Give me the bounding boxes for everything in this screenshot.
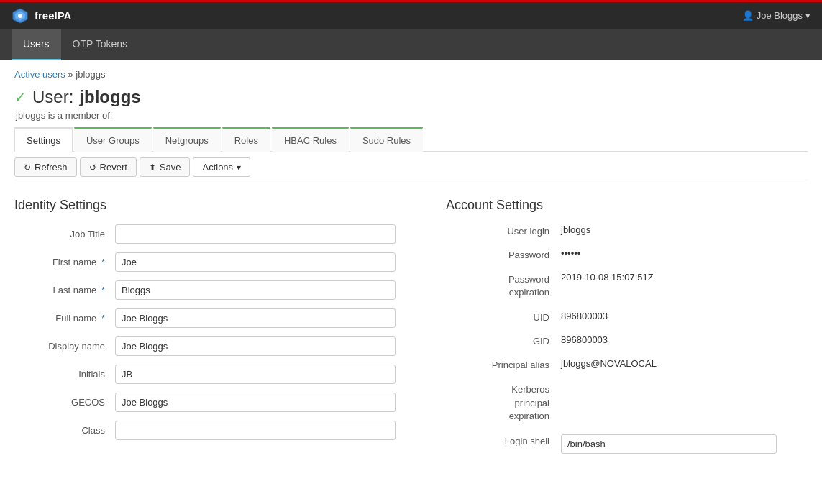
field-gid: GID 896800003 <box>446 334 808 347</box>
input-full-name[interactable] <box>115 308 396 328</box>
tab-netgroups[interactable]: Netgroups <box>153 127 221 152</box>
breadcrumb-sep: » <box>68 69 73 80</box>
topbar: freeIPA 👤 Joe Bloggs ▾ <box>0 0 822 29</box>
label-principal-alias: Principal alias <box>446 358 561 370</box>
label-gid: GID <box>446 334 561 347</box>
identity-section-title: Identity Settings <box>14 198 417 213</box>
actions-chevron-icon: ▾ <box>237 162 241 173</box>
label-class: Class <box>14 425 115 436</box>
tab-roles[interactable]: Roles <box>222 127 270 152</box>
brand-name: freeIPA <box>35 9 71 22</box>
input-login-shell[interactable] <box>561 434 777 454</box>
user-menu[interactable]: 👤 Joe Bloggs ▾ <box>742 10 810 21</box>
label-initials: Initials <box>14 369 115 380</box>
refresh-button[interactable]: ↻ Refresh <box>14 157 77 177</box>
field-class: Class <box>14 421 417 440</box>
page-title: ✓ User: jbloggs <box>14 87 808 107</box>
value-uid: 896800003 <box>561 311 608 321</box>
field-uid: UID 896800003 <box>446 311 808 323</box>
title-prefix: User: <box>32 87 73 107</box>
breadcrumb-current: jbloggs <box>76 69 105 80</box>
label-last-name: Last name * <box>14 285 115 295</box>
field-first-name: First name * <box>14 252 417 272</box>
required-star: * <box>101 285 105 295</box>
navbar: Users OTP Tokens <box>0 29 822 60</box>
tab-sudo-rules[interactable]: Sudo Rules <box>350 127 423 152</box>
nav-users[interactable]: Users <box>12 29 61 60</box>
input-class[interactable] <box>115 421 396 440</box>
value-user-login: jbloggs <box>561 224 590 235</box>
field-user-login: User login jbloggs <box>446 224 808 237</box>
field-kerberos-expiration: Kerberosprincipalexpiration <box>446 382 808 423</box>
input-first-name[interactable] <box>115 252 396 272</box>
toolbar: ↻ Refresh ↺ Revert ⬆ Save Actions ▾ <box>14 152 808 183</box>
input-job-title[interactable] <box>115 224 396 244</box>
actions-label: Actions <box>202 162 233 173</box>
label-password: Password <box>446 248 561 260</box>
revert-icon: ↺ <box>89 162 96 173</box>
value-gid: 896800003 <box>561 334 608 345</box>
breadcrumb-parent[interactable]: Active users <box>14 69 65 80</box>
brand-icon <box>12 7 29 24</box>
chevron-down-icon: ▾ <box>805 10 810 21</box>
breadcrumb: Active users » jbloggs <box>14 69 808 80</box>
label-gecos: GECOS <box>14 397 115 408</box>
field-initials: Initials <box>14 365 417 384</box>
main-content: Active users » jbloggs ✓ User: jbloggs j… <box>0 60 822 504</box>
refresh-icon: ↻ <box>24 162 31 173</box>
required-star: * <box>101 257 105 267</box>
required-star: * <box>101 313 105 324</box>
label-first-name: First name * <box>14 257 115 267</box>
label-uid: UID <box>446 311 561 323</box>
label-password-expiration: Passwordexpiration <box>446 272 561 299</box>
brand: freeIPA <box>12 7 71 24</box>
revert-label: Revert <box>100 162 127 173</box>
account-section: Account Settings User login jbloggs Pass… <box>446 198 808 465</box>
label-full-name: Full name * <box>14 313 115 324</box>
field-password: Password •••••• <box>446 248 808 260</box>
field-principal-alias: Principal alias jbloggs@NOVALOCAL <box>446 358 808 370</box>
identity-section: Identity Settings Job Title First name *… <box>14 198 417 465</box>
field-last-name: Last name * <box>14 280 417 300</box>
input-last-name[interactable] <box>115 280 396 300</box>
revert-button[interactable]: ↺ Revert <box>80 157 137 177</box>
label-job-title: Job Title <box>14 229 115 239</box>
nav-otp-tokens[interactable]: OTP Tokens <box>61 29 140 60</box>
save-button[interactable]: ⬆ Save <box>140 157 191 177</box>
actions-button[interactable]: Actions ▾ <box>193 157 250 177</box>
user-icon: 👤 <box>742 10 754 21</box>
label-login-shell: Login shell <box>446 434 561 446</box>
status-check-icon: ✓ <box>14 88 27 106</box>
refresh-label: Refresh <box>35 162 68 173</box>
field-login-shell: Login shell <box>446 434 808 454</box>
tab-settings[interactable]: Settings <box>14 127 73 152</box>
tab-user-groups[interactable]: User Groups <box>74 127 152 152</box>
field-gecos: GECOS <box>14 393 417 412</box>
field-full-name: Full name * <box>14 308 417 328</box>
save-label: Save <box>160 162 181 173</box>
field-password-expiration: Passwordexpiration 2019-10-08 15:07:51Z <box>446 272 808 299</box>
username-title: jbloggs <box>79 87 140 107</box>
field-job-title: Job Title <box>14 224 417 244</box>
input-display-name[interactable] <box>115 336 396 356</box>
user-label: Joe Bloggs <box>757 10 803 21</box>
tabs: Settings User Groups Netgroups Roles HBA… <box>14 127 808 152</box>
label-user-login: User login <box>446 224 561 237</box>
tab-hbac-rules[interactable]: HBAC Rules <box>272 127 349 152</box>
value-principal-alias: jbloggs@NOVALOCAL <box>561 358 657 369</box>
input-gecos[interactable] <box>115 393 396 412</box>
save-icon: ⬆ <box>149 162 156 173</box>
value-password: •••••• <box>561 248 580 259</box>
input-initials[interactable] <box>115 365 396 384</box>
member-of-label: jbloggs is a member of: <box>16 110 808 121</box>
main-layout: Identity Settings Job Title First name *… <box>14 198 808 465</box>
field-display-name: Display name <box>14 336 417 356</box>
svg-point-2 <box>18 14 22 18</box>
account-section-title: Account Settings <box>446 198 808 213</box>
label-kerberos-expiration: Kerberosprincipalexpiration <box>446 382 561 423</box>
label-display-name: Display name <box>14 341 115 352</box>
value-password-expiration: 2019-10-08 15:07:51Z <box>561 272 654 283</box>
